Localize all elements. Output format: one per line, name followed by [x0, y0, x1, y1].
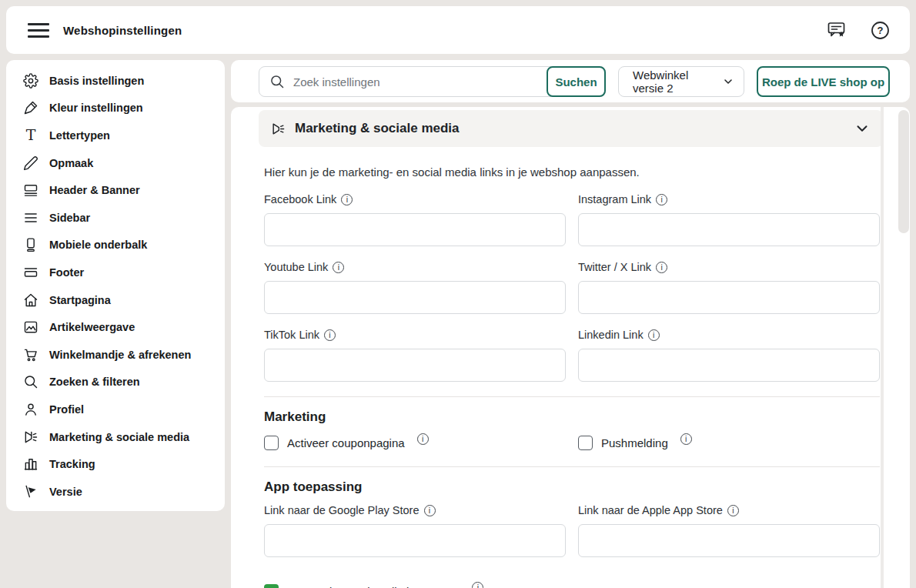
field-label: Instagram Link — [578, 192, 651, 208]
sidebar-item-header-banner[interactable]: Header & Banner — [6, 176, 225, 204]
search-icon — [23, 374, 38, 389]
sidebar-item-label: Footer — [49, 266, 84, 279]
twitter-x-link-input[interactable] — [578, 281, 880, 314]
instagram-link-input[interactable] — [578, 213, 880, 246]
tiktok-link-field: TikTok Linki — [264, 327, 566, 382]
section-title: Marketing & sociale media — [295, 121, 854, 136]
mobile-icon — [23, 237, 38, 252]
info-icon[interactable]: i — [341, 194, 353, 205]
live-shop-button[interactable]: Roep de LIVE shop op — [757, 66, 890, 97]
facebook-link-input[interactable] — [264, 213, 566, 246]
sidebar-item-label: Kleur instellingen — [49, 102, 143, 114]
sidebar-item-versie[interactable]: Versie — [6, 478, 225, 506]
header-banner-icon — [23, 182, 38, 198]
google-play-link-field: Link naar de Google Play Storei — [264, 503, 566, 557]
settings-sidebar: Basis instellingen Kleur instellingen T … — [6, 60, 225, 511]
cart-icon — [23, 347, 38, 362]
field-label: Link naar de Google Play Store — [264, 503, 420, 519]
sidebar-item-footer[interactable]: Footer — [6, 259, 225, 286]
pencil-icon — [23, 155, 38, 171]
field-label: Twitter / X Link — [578, 259, 651, 276]
info-icon[interactable]: i — [424, 505, 436, 516]
field-label: Link naar de Apple App Store — [578, 503, 723, 519]
content-topbar: Suchen Webwinkel versie 2 Roep de LIVE s… — [231, 60, 910, 102]
sidebar-item-label: Header & Banner — [49, 184, 140, 196]
info-icon[interactable]: i — [680, 433, 692, 445]
divider — [264, 466, 880, 467]
checkbox-label: Pushmelding — [601, 436, 668, 449]
divider — [264, 396, 880, 397]
info-icon[interactable]: i — [324, 329, 336, 341]
linkedin-link-input[interactable] — [578, 349, 880, 382]
sidebar-item-sidebar[interactable]: Sidebar — [6, 204, 225, 232]
sidebar-item-lettertypen[interactable]: T Lettertypen — [6, 122, 225, 149]
sidebar-item-profiel[interactable]: Profiel — [6, 396, 225, 423]
sidebar-item-marketing-sociale-media[interactable]: Marketing & sociale media — [6, 423, 225, 451]
search-button[interactable]: Suchen — [547, 66, 606, 97]
scrollbar-thumb[interactable] — [898, 110, 909, 233]
section-header-marketing-sociale-media[interactable]: Marketing & sociale media — [259, 110, 883, 147]
sidebar-item-kleur-instellingen[interactable]: Kleur instellingen — [6, 95, 225, 122]
sidebar-item-label: Marketing & sociale media — [49, 431, 189, 443]
sidebar-item-label: Profiel — [49, 403, 84, 416]
coupon-page-check-row: Activeer couponpagina i — [264, 434, 566, 451]
apple-app-store-link-input[interactable] — [578, 524, 880, 557]
social-links-grid: Facebook Linki Instagram Linki Youtube L… — [264, 192, 880, 395]
linkedin-link-field: Linkedin Linki — [578, 327, 880, 382]
sidebar-item-winkelmandje-afrekenen[interactable]: Winkelmandje & afrekenen — [6, 341, 225, 369]
sidebar-item-opmaak[interactable]: Opmaak — [6, 149, 225, 177]
google-play-store-link-input[interactable] — [264, 524, 566, 557]
menu-lines-icon — [23, 210, 38, 226]
sidebar-item-startpagina[interactable]: Startpagina — [6, 286, 225, 314]
sidebar-item-artikelweergave[interactable]: Artikelweergave — [6, 313, 225, 341]
info-icon[interactable]: i — [656, 194, 667, 205]
image-icon — [23, 319, 38, 335]
youtube-link-input[interactable] — [264, 281, 566, 314]
person-icon — [23, 402, 38, 417]
megaphone-icon — [23, 429, 38, 445]
info-icon[interactable]: i — [417, 433, 429, 445]
version-select-value: Webwinkel versie 2 — [633, 68, 722, 95]
sidebar-item-tracking[interactable]: Tracking — [6, 450, 225, 478]
info-icon[interactable]: i — [656, 262, 667, 273]
info-icon[interactable]: i — [648, 329, 660, 341]
app-install-suggestion-check-row: Suggestie voor installatie van app i — [264, 583, 883, 588]
apple-app-store-link-field: Link naar de Apple App Storei — [578, 503, 880, 557]
twitter-x-link-field: Twitter / X Linki — [578, 259, 880, 314]
field-label: Facebook Link — [264, 192, 336, 208]
footer-icon — [23, 265, 38, 280]
hamburger-menu-icon[interactable] — [28, 19, 49, 42]
marketing-heading: Marketing — [264, 409, 883, 425]
push-notification-check-row: Pushmelding i — [578, 434, 880, 451]
sidebar-item-basis-instellingen[interactable]: Basis instellingen — [6, 67, 225, 95]
letter-t-icon: T — [23, 128, 38, 143]
push-notification-checkbox[interactable] — [578, 436, 593, 450]
version-select[interactable]: Webwinkel versie 2 — [618, 66, 744, 97]
chevron-down-icon[interactable] — [854, 120, 871, 137]
feedback-icon[interactable] — [827, 20, 847, 40]
help-icon[interactable]: ? — [871, 21, 890, 40]
scrollbar-track — [881, 107, 884, 588]
chevron-down-icon — [722, 75, 734, 88]
tiktok-link-input[interactable] — [264, 349, 566, 382]
info-icon[interactable]: i — [333, 262, 344, 273]
sidebar-item-mobiele-onderbalk[interactable]: Mobiele onderbalk — [6, 232, 225, 259]
settings-content: Marketing & sociale media Hier kun je de… — [231, 107, 910, 588]
page-title: Webshopinstellingen — [63, 24, 182, 37]
youtube-link-field: Youtube Linki — [264, 259, 566, 314]
coupon-page-checkbox[interactable] — [264, 436, 279, 450]
info-icon[interactable]: i — [472, 582, 483, 588]
info-icon[interactable]: i — [727, 505, 739, 516]
field-label: TikTok Link — [264, 327, 319, 343]
sidebar-item-label: Lettertypen — [49, 129, 110, 142]
field-label: Youtube Link — [264, 259, 328, 276]
app-install-suggestion-checkbox[interactable] — [264, 584, 279, 588]
gear-icon — [23, 73, 38, 89]
megaphone-icon — [271, 122, 286, 136]
field-label: Linkedin Link — [578, 327, 644, 343]
sidebar-item-label: Tracking — [49, 458, 95, 470]
sidebar-item-zoeken-filteren[interactable]: Zoeken & filteren — [6, 369, 225, 396]
app-header: Webshopinstellingen ? — [6, 6, 910, 54]
section-description: Hier kun je de marketing- en social medi… — [264, 164, 883, 180]
sidebar-item-label: Zoeken & filteren — [49, 376, 140, 388]
